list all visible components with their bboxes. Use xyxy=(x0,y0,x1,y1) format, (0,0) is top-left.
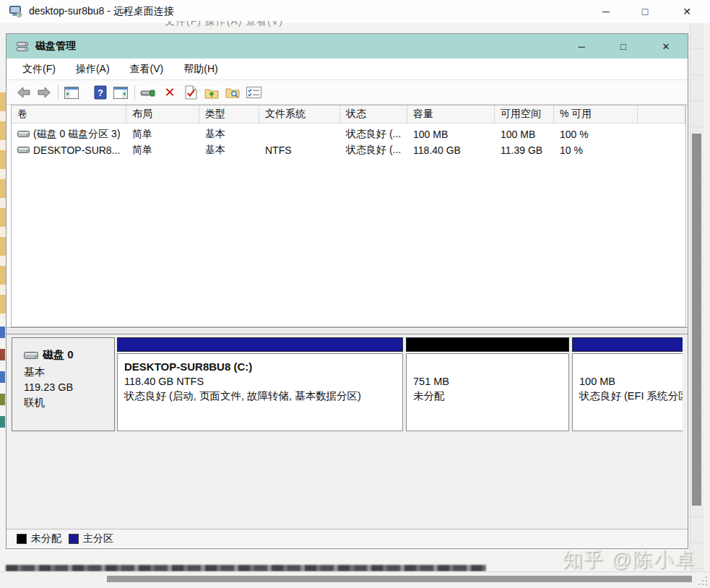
partition-name xyxy=(413,359,562,374)
svg-text:?: ? xyxy=(98,87,103,98)
disk-status: 联机 xyxy=(24,395,114,410)
volume-icon xyxy=(17,129,30,140)
partition-header-bar xyxy=(117,337,403,352)
partition-header-bar xyxy=(406,337,569,352)
watermark: 知乎 @陈小卓 xyxy=(563,547,696,573)
volume-status: 状态良好 (... xyxy=(340,128,407,141)
partition-status: 未分配 xyxy=(413,389,562,403)
partition-name: DESKTOP-SUR8BU8 (C:) xyxy=(124,359,396,374)
toolbar-separator xyxy=(58,85,59,100)
volume-capacity: 118.40 GB xyxy=(407,144,495,156)
volume-layout: 简单 xyxy=(126,128,199,141)
tool-icon[interactable] xyxy=(139,84,157,101)
partition-size: 118.40 GB NTFS xyxy=(124,374,396,389)
partition-status: 状态良好 (启动, 页面文件, 故障转储, 基本数据分区) xyxy=(124,389,396,403)
menu-file[interactable]: 文件(F) xyxy=(12,60,66,79)
folder-search-icon[interactable] xyxy=(224,84,241,101)
column-header-percent-free[interactable]: % 可用 xyxy=(554,105,638,123)
volume-capacity: 100 MB xyxy=(407,129,495,140)
horizontal-scrollbar-thumb[interactable] xyxy=(107,576,692,582)
dm-close-button[interactable]: ✕ xyxy=(645,34,687,59)
column-header-status[interactable]: 状态 xyxy=(340,105,407,123)
volume-percent-free: 10 % xyxy=(554,144,638,156)
disk-icon xyxy=(24,351,38,360)
background-left-icons xyxy=(0,327,6,449)
resize-grip-icon[interactable] xyxy=(697,575,707,585)
disk-0-label-panel[interactable]: 磁盘 0 基本 119.23 GB 联机 xyxy=(12,337,115,431)
volume-list-header: 卷 布局 类型 文件系统 状态 容量 可用空间 % 可用 xyxy=(12,105,685,124)
fields-list-icon[interactable] xyxy=(245,84,262,101)
dm-window-title: 磁盘管理 xyxy=(35,40,76,53)
volume-percent-free: 100 % xyxy=(554,129,638,140)
disk-management-icon xyxy=(17,41,30,52)
menu-help[interactable]: 帮助(H) xyxy=(173,60,228,79)
legend-unallocated: 未分配 xyxy=(17,532,61,545)
folder-up-icon[interactable] xyxy=(203,84,220,101)
legend-swatch-primary xyxy=(69,534,79,544)
partition-unallocated[interactable]: 751 MB 未分配 xyxy=(406,337,569,431)
rdp-viewport: 文件(F) 操作(A) 查看(V) n 磁盘管理 ─ □ ✕ 文件(F) 操作(… xyxy=(0,23,710,588)
partition-header-bar xyxy=(572,337,683,352)
column-header-free-space[interactable]: 可用空间 xyxy=(495,105,554,123)
action-pane-icon[interactable] xyxy=(112,84,129,101)
rdp-app-icon xyxy=(9,4,23,19)
menu-action[interactable]: 操作(A) xyxy=(66,60,120,79)
partition-name xyxy=(579,359,683,374)
column-header-layout[interactable]: 布局 xyxy=(126,105,199,123)
properties-check-icon[interactable] xyxy=(182,84,199,101)
partition-c-drive[interactable]: DESKTOP-SUR8BU8 (C:) 118.40 GB NTFS 状态良好… xyxy=(117,337,403,431)
volume-layout: 简单 xyxy=(126,144,199,157)
dm-menubar: 文件(F) 操作(A) 查看(V) 帮助(H) xyxy=(7,59,688,80)
disk-name: 磁盘 0 xyxy=(43,348,74,362)
rdp-close-button[interactable]: ✕ xyxy=(670,0,703,23)
remote-taskbar-fragment xyxy=(6,565,486,571)
dm-minimize-button[interactable]: ─ xyxy=(560,34,602,59)
partition-efi-system[interactable]: 100 MB 状态良好 (EFI 系统分区) xyxy=(572,337,683,431)
column-header-volume[interactable]: 卷 xyxy=(12,105,126,123)
back-icon[interactable] xyxy=(15,84,33,101)
forward-icon[interactable] xyxy=(35,84,53,101)
help-icon[interactable]: ? xyxy=(92,84,109,101)
column-header-filesystem[interactable]: 文件系统 xyxy=(259,105,340,123)
disk-type: 基本 xyxy=(24,365,114,380)
dm-toolbar: ? ✕ xyxy=(7,80,688,105)
volume-free-space: 11.39 GB xyxy=(495,144,554,156)
volume-type: 基本 xyxy=(199,144,259,157)
vertical-scrollbar-thumb[interactable] xyxy=(692,134,701,506)
disk-management-window: 磁盘管理 ─ □ ✕ 文件(F) 操作(A) 查看(V) 帮助(H) xyxy=(6,33,688,549)
console-tree-icon[interactable] xyxy=(63,84,80,101)
column-header-capacity[interactable]: 容量 xyxy=(407,105,495,123)
column-header-extra[interactable] xyxy=(638,105,685,123)
background-menu-fragment: 文件(F) 操作(A) 查看(V) xyxy=(165,21,324,31)
partition-status: 状态良好 (EFI 系统分区) xyxy=(579,389,683,403)
rdp-titlebar: desktop-sur8bu8 - 远程桌面连接 ─ □ ✕ xyxy=(0,0,710,23)
graphical-view: 磁盘 0 基本 119.23 GB 联机 DESKTOP-SUR8BU8 (C:… xyxy=(7,334,688,529)
column-header-type[interactable]: 类型 xyxy=(199,105,259,123)
volume-free-space: 100 MB xyxy=(495,129,554,140)
menu-view[interactable]: 查看(V) xyxy=(120,60,174,79)
rdp-minimize-button[interactable]: ─ xyxy=(589,0,623,23)
rdp-maximize-button[interactable]: □ xyxy=(628,0,662,23)
partition-strip: DESKTOP-SUR8BU8 (C:) 118.40 GB NTFS 状态良好… xyxy=(117,337,683,431)
dm-maximize-button[interactable]: □ xyxy=(602,34,644,59)
volume-status: 状态良好 (... xyxy=(340,144,407,157)
partition-size: 751 MB xyxy=(413,374,562,389)
pane-splitter[interactable] xyxy=(7,327,688,334)
partition-size: 100 MB xyxy=(579,374,683,389)
toolbar-separator xyxy=(134,85,135,100)
table-row[interactable]: DESKTOP-SUR8... 简单 基本 NTFS 状态良好 (... 118… xyxy=(12,142,685,158)
legend-bar: 未分配 主分区 xyxy=(7,529,688,548)
legend-swatch-unallocated xyxy=(17,534,27,544)
volume-name: (磁盘 0 磁盘分区 3) xyxy=(33,128,121,141)
delete-icon[interactable]: ✕ xyxy=(161,84,178,101)
volume-list: 卷 布局 类型 文件系统 状态 容量 可用空间 % 可用 (磁盘 0 磁盘分区 … xyxy=(11,105,686,327)
legend-primary-partition: 主分区 xyxy=(69,532,113,545)
dm-titlebar: 磁盘管理 ─ □ ✕ xyxy=(7,34,688,59)
disk-0-row: 磁盘 0 基本 119.23 GB 联机 DESKTOP-SUR8BU8 (C:… xyxy=(12,337,683,431)
volume-icon xyxy=(17,144,30,156)
volume-name: DESKTOP-SUR8... xyxy=(33,144,120,156)
volume-type: 基本 xyxy=(199,128,259,141)
rdp-window-title: desktop-sur8bu8 - 远程桌面连接 xyxy=(29,5,174,18)
disk-size: 119.23 GB xyxy=(24,380,114,395)
table-row[interactable]: (磁盘 0 磁盘分区 3) 简单 基本 状态良好 (... 100 MB 100… xyxy=(12,126,685,142)
